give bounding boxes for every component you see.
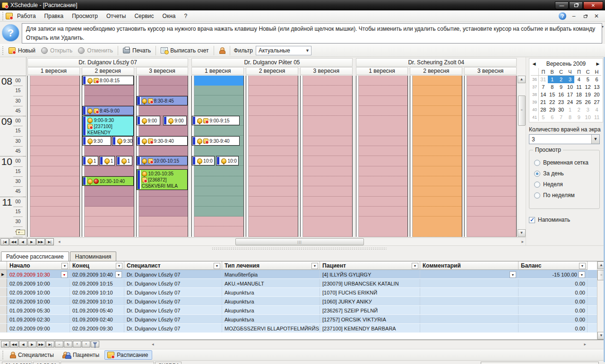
calendar-day[interactable]: 13 <box>592 83 601 91</box>
nav-button[interactable]: ▶▶ <box>37 341 45 347</box>
cell-treatment[interactable]: Akupunktъra <box>222 315 320 323</box>
filter-dropdown-icon[interactable]: ▼ <box>214 263 220 269</box>
appointment[interactable]: 1 <box>99 156 115 165</box>
menu-item-work[interactable]: Работа <box>13 11 40 21</box>
mdi-child-icon[interactable] <box>6 13 13 19</box>
print-button[interactable]: Печать <box>120 46 154 55</box>
calendar-prev-icon[interactable]: ◀ <box>531 61 537 66</box>
cell-dropdown-icon[interactable]: ▼ <box>61 271 68 278</box>
calendar-day[interactable]: 12 <box>583 83 592 91</box>
day-header[interactable]: 2 вересня <box>246 67 298 75</box>
cell-start[interactable]: 02.09.2009 10:00 <box>7 297 70 305</box>
calendar-day[interactable]: 8 <box>566 113 575 121</box>
minimize-button[interactable]: — <box>555 1 569 9</box>
appointment[interactable]: 9:00 <box>163 116 187 125</box>
table-row[interactable]: 02.09.2009 10:0002.09.2009 10:10Dr. Dulg… <box>0 297 605 306</box>
tab-work-schedule[interactable]: Рабочее рассписание <box>1 251 69 261</box>
menu-item-view[interactable]: Просмотр <box>68 11 102 21</box>
cell-treatment[interactable]: AKU.+MANUБLT <box>222 279 320 287</box>
appointment[interactable]: 10:30-10:40 <box>82 176 134 186</box>
chevron-down-icon[interactable]: ▼ <box>304 48 311 53</box>
appointment[interactable]: 10:20-10:35 [236872] CSБKVБRI MILA <box>137 169 188 190</box>
nav-button[interactable]: − <box>55 341 63 347</box>
calendar-day[interactable]: 8 <box>548 83 557 91</box>
filter-dropdown-icon[interactable]: ▼ <box>116 263 122 269</box>
scroll-down-icon[interactable]: ▼ <box>518 229 526 237</box>
remind-checkbox[interactable] <box>529 217 535 223</box>
nav-button[interactable]: |◀ <box>1 341 9 347</box>
scroll-right-icon[interactable]: ▸ <box>584 342 586 347</box>
ruler-expand-icon[interactable]: ▾⋯ <box>16 230 25 235</box>
filter-dropdown-icon[interactable]: ▼ <box>412 263 418 269</box>
calendar-day[interactable]: 26 <box>583 98 592 106</box>
appointment[interactable]: 9:30-9:40 <box>137 136 188 146</box>
chevron-down-icon[interactable]: ▾ <box>602 25 604 29</box>
day-header[interactable]: 2 вересня <box>410 67 462 75</box>
calendar-day[interactable]: 11 <box>592 113 601 121</box>
cell-end[interactable]: 02.09.2009 10:15 <box>70 279 124 287</box>
cell-specialist[interactable]: Dr. Dulganov Lбszlу 07 <box>124 270 222 278</box>
calendar-day[interactable]: 25 <box>574 98 583 106</box>
nav-button[interactable]: |◀ <box>0 238 9 245</box>
cell-treatment[interactable]: Akupunktъra <box>222 288 320 296</box>
calendar-day[interactable]: 30 <box>557 106 566 113</box>
calendar-day[interactable]: 6 <box>592 76 601 83</box>
menu-item-edit[interactable]: Правка <box>40 11 68 21</box>
header-end[interactable]: Конец▼ <box>70 261 124 270</box>
calendar-day[interactable]: 27 <box>592 98 601 106</box>
calendar-day[interactable]: 7 <box>539 83 548 91</box>
radio-icon[interactable] <box>534 182 540 188</box>
calendar-day[interactable]: 29 <box>548 106 557 113</box>
cell-balance[interactable]: 0.00 <box>519 288 588 296</box>
menu-item-windows[interactable]: Окна <box>158 11 180 21</box>
cell-start[interactable]: 01.09.2009 05:30 <box>7 306 70 314</box>
cell-balance[interactable]: 0.00 <box>519 279 588 287</box>
calendar-day[interactable]: 20 <box>592 91 601 98</box>
nav-button[interactable]: ▶▶ <box>36 238 45 245</box>
cell-balance[interactable]: 0.00 <box>519 306 588 314</box>
cell-balance[interactable]: 0.00 <box>519 297 588 305</box>
remind-row[interactable]: Напоминать <box>529 217 603 223</box>
cell-end[interactable]: 01.09.2009 02:40 <box>70 315 124 323</box>
day-header[interactable]: 1 вересня <box>27 67 80 75</box>
day-column[interactable] <box>300 76 353 237</box>
calendar-day[interactable]: 1 <box>548 76 557 83</box>
calendar-day[interactable]: 11 <box>574 83 583 91</box>
calendar-day[interactable]: 7 <box>557 113 566 121</box>
calendar-day[interactable]: 2 <box>557 76 566 83</box>
cell-balance[interactable]: -15 100.00▼ <box>519 270 588 278</box>
nav-button[interactable]: ◀◀ <box>10 341 18 347</box>
day-header[interactable]: 1 вересня <box>191 67 244 75</box>
appointment[interactable]: 8:00-8:15 <box>82 76 134 85</box>
cancel-button[interactable]: Отменить <box>75 46 116 55</box>
mdi-restore-button[interactable] <box>581 13 589 19</box>
calendar-day[interactable]: 4 <box>574 76 583 83</box>
cell-end[interactable]: 01.09.2009 05:40 <box>70 306 124 314</box>
patients-button[interactable]: Пациенты <box>59 350 104 360</box>
cell-end[interactable]: 02.09.2009 10:10 <box>70 297 124 305</box>
appointment[interactable]: 9:00-9:30 [237100] KEMENDY <box>82 116 134 136</box>
cell-comment[interactable]: ▼ <box>420 270 519 278</box>
cell-specialist[interactable]: Dr. Dulganov Lбszlу 07 <box>124 324 222 332</box>
cell-patient[interactable]: [230079] URBANCSEK KATALIN <box>320 279 420 287</box>
scrollbar-thumb[interactable]: ≡ <box>518 95 526 126</box>
cell-patient[interactable]: [236267] SZEIP PБLNЙ <box>320 306 420 314</box>
cell-balance[interactable]: 0.00 <box>519 315 588 323</box>
day-column[interactable]: 9:00-9:15 9:30-9:40 10:0 10:0 <box>191 76 244 237</box>
day-header[interactable]: 3 вересня <box>300 67 353 75</box>
nav-button[interactable]: ▶ <box>28 341 36 347</box>
calendar-day[interactable]: 5 <box>539 113 548 121</box>
doctor-header[interactable]: Dr. Dulganov Pйter 05 <box>191 58 352 67</box>
calendar-next-icon[interactable]: ▶ <box>595 61 601 66</box>
splitter[interactable] <box>0 246 605 251</box>
nav-button[interactable]: ▶| <box>45 238 54 245</box>
calendar-day[interactable]: 23 <box>557 98 566 106</box>
cell-dropdown-icon[interactable]: ▼ <box>115 271 122 278</box>
day-column[interactable] <box>27 76 80 237</box>
radio-icon[interactable] <box>534 171 540 177</box>
calendar-day[interactable]: 3 <box>583 106 592 113</box>
nav-button[interactable]: ◀ <box>18 238 27 245</box>
calendar-day[interactable]: 6 <box>548 113 557 121</box>
header-specialist[interactable]: Специалист▼ <box>124 261 222 270</box>
appointment[interactable]: 8:30-8:45 <box>137 96 188 105</box>
